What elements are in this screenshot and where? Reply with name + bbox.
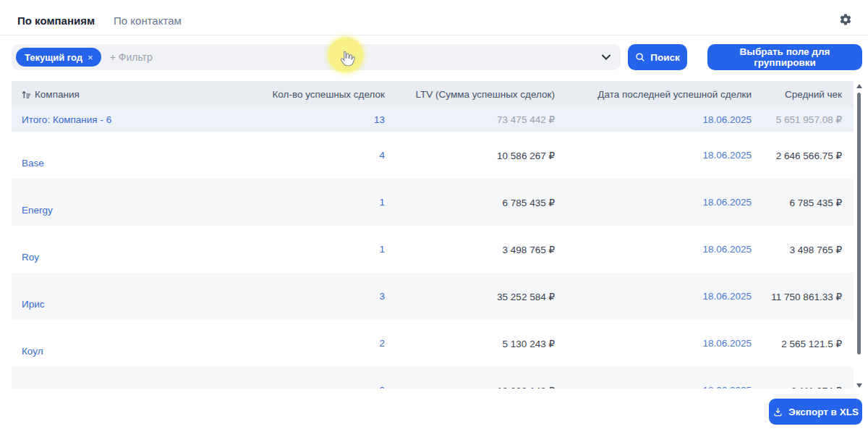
table-row: Коул25 130 243 ₽18.06.20252 565 121.5 ₽ xyxy=(12,320,854,367)
chip-remove-icon[interactable]: × xyxy=(88,52,93,63)
last-deal-date-link[interactable]: 18.06.2025 xyxy=(558,244,754,255)
company-link[interactable]: Итого: Компания - 6 xyxy=(12,114,221,125)
company-link[interactable]: Ирис xyxy=(12,283,221,310)
company-link[interactable]: Коул xyxy=(12,330,221,357)
filter-chip-label: Текущий год xyxy=(25,52,82,63)
filter-chip-current-year[interactable]: Текущий год × xyxy=(16,48,101,67)
download-icon xyxy=(773,407,783,417)
last-deal-date-link[interactable]: 18.06.2025 xyxy=(558,197,754,208)
chevron-down-icon[interactable] xyxy=(600,51,612,63)
table-body: Итого: Компания - 61373 475 442 ₽18.06.2… xyxy=(12,107,854,388)
average-check-value: 6 785 435 ₽ xyxy=(754,197,854,208)
column-header-company-label: Компания xyxy=(35,89,80,100)
search-button-label: Поиск xyxy=(650,52,680,63)
company-link[interactable]: Energy xyxy=(12,189,221,216)
filter-placeholder: + Фильтр xyxy=(110,51,600,63)
company-link[interactable]: Base xyxy=(12,142,221,169)
last-deal-date-link[interactable]: 18.06.2025 xyxy=(558,338,754,349)
deal-count-link[interactable]: 2 xyxy=(221,385,388,388)
deal-count-link[interactable]: 4 xyxy=(221,150,388,161)
table-row: Roy13 498 765 ₽18.06.20253 498 765 ₽ xyxy=(12,226,854,273)
deal-count-link[interactable]: 1 xyxy=(221,197,388,208)
scroll-up-arrow-icon[interactable] xyxy=(856,84,862,88)
last-deal-date-link[interactable]: 18.06.2025 xyxy=(558,291,754,302)
ltv-value: 6 785 435 ₽ xyxy=(388,197,558,208)
last-deal-date-link[interactable]: 18.06.2025 xyxy=(558,385,754,388)
group-button-label: Выбрать поле для группировки xyxy=(707,46,862,68)
tab-by-contacts[interactable]: По контактам xyxy=(114,14,182,27)
view-tabs: По компаниям По контактам xyxy=(17,14,182,27)
column-header-last-deal-date[interactable]: Дата последней успешной сделки xyxy=(558,89,754,100)
companies-table: Компания Кол-во успешных сделок LTV (Сум… xyxy=(12,81,854,388)
table-row-total: Итого: Компания - 61373 475 442 ₽18.06.2… xyxy=(12,107,854,132)
deal-count-link[interactable]: 1 xyxy=(221,244,388,255)
last-deal-date-link[interactable]: 18.06.2025 xyxy=(558,114,754,125)
average-check-value: 3 498 765 ₽ xyxy=(754,244,854,255)
filter-bar[interactable]: Текущий год × + Фильтр xyxy=(12,44,621,70)
scrollbar-thumb[interactable] xyxy=(857,93,861,354)
table-header-row: Компания Кол-во успешных сделок LTV (Сум… xyxy=(12,81,854,107)
export-button-label: Экспорт в XLS xyxy=(788,407,859,417)
average-check-value: 2 646 566.75 ₽ xyxy=(754,150,854,161)
export-xls-button[interactable]: Экспорт в XLS xyxy=(769,399,862,425)
search-icon xyxy=(635,52,645,62)
average-check-value: 5 651 957.08 ₽ xyxy=(754,114,854,125)
average-check-value: 2 565 121.5 ₽ xyxy=(754,338,854,349)
ltv-value: 35 252 584 ₽ xyxy=(388,291,558,302)
table-row: Ирис335 252 584 ₽18.06.202511 750 861.33… xyxy=(12,273,854,320)
ltv-value: 5 130 243 ₽ xyxy=(388,338,558,349)
ltv-value: 10 586 267 ₽ xyxy=(388,150,558,161)
company-link[interactable] xyxy=(12,383,221,389)
table-scrollbar[interactable] xyxy=(856,82,863,392)
sort-ascending-icon xyxy=(22,90,31,99)
column-header-average-check[interactable]: Средний чек xyxy=(754,89,854,100)
deal-count-link[interactable]: 2 xyxy=(221,338,388,349)
table-row: 212 222 148 ₽18.06.20256 111 074 ₽ xyxy=(12,367,854,388)
table-row: Energy16 785 435 ₽18.06.20256 785 435 ₽ xyxy=(12,179,854,226)
deal-count-link[interactable]: 13 xyxy=(221,114,388,125)
column-header-deal-count[interactable]: Кол-во успешных сделок xyxy=(221,89,388,100)
top-bar: По компаниям По контактам xyxy=(0,0,868,35)
ltv-value: 3 498 765 ₽ xyxy=(388,244,558,255)
column-header-company[interactable]: Компания xyxy=(12,89,221,100)
settings-gear-icon[interactable] xyxy=(839,13,852,26)
deal-count-link[interactable]: 3 xyxy=(221,291,388,302)
average-check-value: 11 750 861.33 ₽ xyxy=(754,291,854,302)
ltv-value: 73 475 442 ₽ xyxy=(388,114,558,125)
scroll-down-arrow-icon[interactable] xyxy=(856,383,862,388)
table-row: Base410 586 267 ₽18.06.20252 646 566.75 … xyxy=(12,132,854,179)
average-check-value: 6 111 074 ₽ xyxy=(754,385,854,389)
tab-by-companies[interactable]: По компаниям xyxy=(17,14,95,27)
select-grouping-field-button[interactable]: Выбрать поле для группировки xyxy=(707,44,862,70)
company-link[interactable]: Roy xyxy=(12,236,221,263)
search-button[interactable]: Поиск xyxy=(628,44,687,70)
column-header-ltv[interactable]: LTV (Сумма успешных сделок) xyxy=(388,89,558,100)
ltv-value: 12 222 148 ₽ xyxy=(388,385,558,389)
last-deal-date-link[interactable]: 18.06.2025 xyxy=(558,150,754,161)
